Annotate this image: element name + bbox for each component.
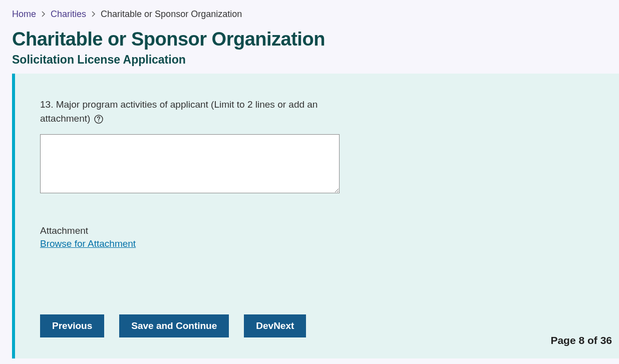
svg-point-1: [98, 120, 99, 121]
button-row: Previous Save and Continue DevNext: [40, 314, 594, 337]
chevron-right-icon: [91, 10, 96, 19]
previous-button[interactable]: Previous: [40, 314, 104, 337]
attachment-section: Attachment Browse for Attachment: [40, 225, 594, 249]
page-indicator: Page 8 of 36: [550, 334, 612, 346]
attachment-label: Attachment: [40, 225, 594, 236]
breadcrumb-home[interactable]: Home: [12, 9, 36, 20]
question-label: 13. Major program activities of applican…: [40, 98, 351, 125]
browse-attachment-link[interactable]: Browse for Attachment: [40, 238, 136, 249]
page-header: Charitable or Sponsor Organization Solic…: [0, 24, 619, 74]
question-text: 13. Major program activities of applican…: [40, 99, 318, 124]
save-continue-button[interactable]: Save and Continue: [119, 314, 229, 337]
page-subtitle: Solicitation License Application: [12, 53, 607, 67]
program-activities-textarea[interactable]: [40, 134, 340, 193]
breadcrumb: Home Charities Charitable or Sponsor Org…: [0, 0, 619, 24]
page-title: Charitable or Sponsor Organization: [12, 29, 607, 50]
form-panel: 13. Major program activities of applican…: [12, 74, 619, 358]
chevron-right-icon: [41, 10, 46, 19]
breadcrumb-current: Charitable or Sponsor Organization: [101, 9, 242, 20]
help-icon[interactable]: [94, 115, 103, 124]
devnext-button[interactable]: DevNext: [244, 314, 306, 337]
breadcrumb-charities[interactable]: Charities: [51, 9, 86, 20]
